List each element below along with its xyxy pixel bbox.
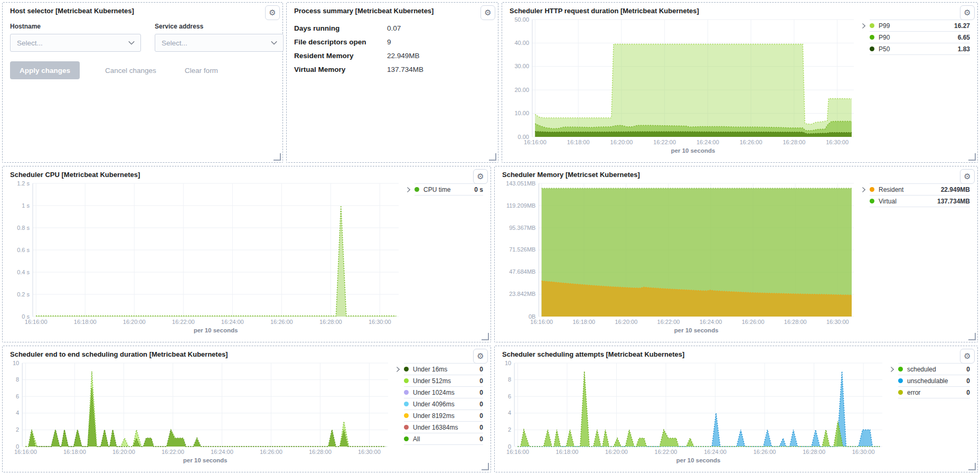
scheduling-attempts-chart: 108642016:16:0016:18:0016:20:0016:22:001…	[502, 359, 887, 464]
e2e-duration-chart: 108642016:16:0016:18:0016:20:0016:22:001…	[10, 359, 392, 464]
svg-text:16:16:00: 16:16:00	[530, 319, 553, 325]
service-address-field: Service address Select...	[155, 23, 284, 52]
legend-color-dot	[898, 367, 903, 371]
svg-text:16:28:00: 16:28:00	[309, 449, 332, 455]
panel-resize-handle[interactable]	[274, 153, 281, 161]
legend-item[interactable]: P501.83	[870, 43, 970, 55]
panel-resize-handle[interactable]	[482, 333, 489, 340]
legend-item[interactable]: Under 8192ms0	[404, 410, 483, 422]
svg-text:1 s: 1 s	[22, 202, 30, 209]
legend-label: P99	[879, 22, 890, 30]
svg-text:per 10 seconds: per 10 seconds	[183, 457, 228, 463]
panel-title: Scheduler CPU [Metricbeat Kubernetes]	[10, 171, 483, 179]
svg-text:16:18:00: 16:18:00	[74, 319, 97, 325]
panel-title: Scheduler end to end scheduling duration…	[10, 350, 483, 359]
svg-text:16:18:00: 16:18:00	[567, 139, 590, 145]
svg-text:16:28:00: 16:28:00	[784, 319, 807, 325]
legend-value: 0	[966, 389, 970, 396]
legend-value: 0 s	[474, 186, 483, 193]
legend-item[interactable]: error0	[898, 387, 970, 398]
panel-settings-gear-button[interactable]: ⚙	[480, 5, 495, 20]
service-address-select-placeholder: Select...	[162, 39, 187, 47]
legend-item[interactable]: Under 4096ms0	[404, 398, 483, 410]
legend-item[interactable]: P9916.27	[870, 20, 970, 32]
svg-text:16:24:00: 16:24:00	[211, 449, 233, 455]
panel-settings-gear-button[interactable]: ⚙	[960, 349, 975, 364]
cancel-changes-button[interactable]: Cancel changes	[102, 66, 159, 75]
panel-settings-gear-button[interactable]: ⚙	[473, 349, 488, 364]
svg-text:per 10 seconds: per 10 seconds	[194, 327, 238, 333]
clear-form-button[interactable]: Clear form	[182, 66, 221, 75]
summary-label: Days running	[294, 24, 387, 32]
legend-color-dot	[870, 35, 874, 40]
legend-item[interactable]: Under 1024ms0	[404, 387, 483, 398]
chart-legend: scheduled0unschedulable0error0	[898, 363, 970, 398]
service-address-select[interactable]: Select...	[155, 34, 284, 52]
legend-label: Under 1024ms	[413, 389, 455, 396]
panel-resize-handle[interactable]	[968, 333, 976, 340]
panel-resize-handle[interactable]	[489, 153, 496, 161]
svg-text:6: 6	[16, 393, 19, 399]
panel-settings-gear-button[interactable]: ⚙	[265, 5, 280, 20]
legend-item[interactable]: scheduled0	[898, 363, 970, 375]
svg-text:143.051MB: 143.051MB	[506, 180, 535, 187]
legend-value: 0	[479, 366, 483, 373]
hostname-field: Hostname Select...	[10, 23, 141, 52]
apply-changes-button[interactable]: Apply changes	[10, 61, 80, 79]
legend-collapse-chevron-icon[interactable]	[858, 20, 870, 29]
legend-collapse-chevron-icon[interactable]	[858, 183, 870, 193]
summary-value: 137.734MB	[387, 66, 491, 73]
svg-text:16:30:00: 16:30:00	[826, 319, 849, 325]
legend-item[interactable]: Under 512ms0	[404, 375, 483, 387]
panel-process-summary: Process summary [Metricbeat Kubernetes] …	[286, 2, 498, 163]
legend-item[interactable]: Virtual137.734MB	[870, 196, 970, 207]
legend-color-dot	[898, 390, 903, 395]
legend-color-dot	[870, 23, 874, 28]
legend-item[interactable]: Resident22.949MB	[870, 183, 970, 196]
panel-scheduler-scheduling-attempts: Scheduler scheduling attempts [Metricbea…	[494, 346, 978, 472]
legend-label: Resident	[879, 186, 903, 193]
panel-settings-gear-button[interactable]: ⚙	[473, 169, 488, 184]
legend-color-dot	[870, 47, 874, 51]
legend-collapse-chevron-icon[interactable]	[392, 363, 404, 373]
chevron-down-icon	[270, 39, 278, 47]
legend-item[interactable]: Under 16384ms0	[404, 422, 483, 433]
legend-item[interactable]: unschedulable0	[898, 375, 970, 387]
panel-title: Host selector [Metricbeat Kubernetes]	[10, 7, 275, 15]
panel-resize-handle[interactable]	[968, 463, 976, 470]
panel-settings-gear-button[interactable]: ⚙	[960, 169, 975, 184]
chart-legend: Resident22.949MBVirtual137.734MB	[870, 183, 970, 207]
svg-text:16:22:00: 16:22:00	[657, 319, 680, 325]
svg-text:50.00: 50.00	[514, 16, 529, 23]
panel-title: Scheduler Memory [Metricset Kubernetes]	[502, 171, 970, 179]
summary-value: 22.949MB	[387, 52, 491, 60]
panel-title: Scheduler scheduling attempts [Metricbea…	[502, 350, 970, 359]
legend-item[interactable]: All0	[404, 433, 483, 445]
legend-item[interactable]: P906.65	[870, 32, 970, 43]
svg-text:16:28:00: 16:28:00	[319, 319, 342, 325]
svg-text:16:22:00: 16:22:00	[655, 449, 677, 455]
svg-text:per 10 seconds: per 10 seconds	[676, 457, 721, 463]
legend-label: All	[413, 435, 420, 443]
svg-text:16:16:00: 16:16:00	[25, 319, 48, 325]
legend-label: Under 512ms	[413, 377, 451, 385]
panel-settings-gear-button[interactable]: ⚙	[960, 5, 975, 20]
svg-text:16:20:00: 16:20:00	[615, 319, 637, 325]
panel-resize-handle[interactable]	[968, 153, 976, 161]
legend-collapse-chevron-icon[interactable]	[403, 183, 414, 193]
svg-text:16:24:00: 16:24:00	[221, 319, 244, 325]
svg-text:1.2 s: 1.2 s	[17, 180, 30, 187]
legend-collapse-chevron-icon[interactable]	[887, 363, 898, 373]
svg-text:per 10 seconds: per 10 seconds	[671, 147, 715, 154]
hostname-select[interactable]: Select...	[10, 34, 141, 52]
panel-scheduler-http-request-duration: Scheduler HTTP request duration [Metricb…	[502, 2, 978, 163]
svg-text:per 10 seconds: per 10 seconds	[674, 327, 719, 333]
legend-item[interactable]: Under 16ms0	[404, 363, 483, 375]
summary-label: File descriptors open	[294, 38, 387, 46]
legend-value: 0	[479, 435, 483, 443]
panel-resize-handle[interactable]	[482, 463, 489, 470]
dashboard: Host selector [Metricbeat Kubernetes] ⚙ …	[0, 0, 980, 474]
svg-text:30.00: 30.00	[514, 63, 529, 69]
panel-scheduler-memory: Scheduler Memory [Metricset Kubernetes] …	[494, 166, 978, 342]
legend-item[interactable]: CPU time0 s	[414, 183, 483, 196]
